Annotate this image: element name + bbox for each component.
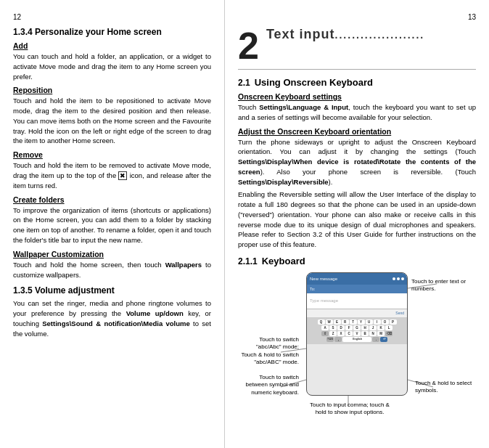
send-label: Send xyxy=(395,311,404,315)
subsection-adjust-body2: Enabling the Reversible setting will all… xyxy=(238,190,476,250)
phone-status-icons xyxy=(393,277,404,280)
subsection-remove-body: Touch and hold the item to be removed to… xyxy=(13,160,211,191)
phone-send-bar: Send xyxy=(307,309,407,318)
annotation-mid-left: Touch to switch "abc/Abc" mode; Touch & … xyxy=(241,336,299,367)
annotation-bottom-right: Touch & hold to select symbols. xyxy=(415,380,473,395)
key-j: J xyxy=(369,325,377,330)
phone-subtitle-bar: To: xyxy=(307,285,407,293)
key-y: Y xyxy=(358,319,365,325)
phone-subtitle-text: To: xyxy=(310,287,315,291)
subsection-reposition-label: Reposition xyxy=(13,86,211,94)
subsection-adjust-label: Adjust the Onscreen Keyboard orientation xyxy=(238,127,476,136)
key-shift: ⇧ xyxy=(321,331,329,336)
keyboard-diagram: New message To: Type message xyxy=(241,272,473,418)
keyboard-row-1: Q W E R T Y U I O P xyxy=(308,319,406,325)
phone-input-area: Type message xyxy=(307,293,407,309)
subsection-createfolders-label: Create folders xyxy=(13,195,211,204)
phone-keyboard: Q W E R T Y U I O P A xyxy=(307,318,407,344)
chapter-number: 2 xyxy=(238,27,259,65)
subsection-wallpaper-body: Touch and hold the home screen, then tou… xyxy=(13,260,211,280)
key-d: D xyxy=(337,325,345,330)
keyboard-row-2: A S D F G H J K L xyxy=(308,325,406,330)
key-enter: ⏎ xyxy=(380,337,387,342)
key-o: O xyxy=(382,319,389,325)
phone-input-placeholder: Type message xyxy=(310,298,338,303)
subsection-adjust-body1: Turn the phone sideways or upright to ad… xyxy=(238,137,476,187)
key-period: . xyxy=(372,337,379,342)
key-m: M xyxy=(377,331,385,336)
section-2-1-1: 2.1.1 Keyboard N xyxy=(238,256,476,418)
key-h: H xyxy=(361,325,369,330)
key-e: E xyxy=(334,319,341,325)
key-x: X xyxy=(337,331,345,336)
key-k: K xyxy=(377,325,385,330)
key-u: U xyxy=(366,319,373,325)
section-2-1-1-heading: 2.1.1 Keyboard xyxy=(238,256,476,266)
subsection-reposition-body: Touch and hold the item to be reposition… xyxy=(13,96,211,146)
status-icon-3 xyxy=(401,277,404,280)
annotation-top-right: Touch to enter text or numbers. xyxy=(411,278,473,293)
key-s: S xyxy=(329,325,337,330)
chapter-header: 2 Text input..................... xyxy=(238,27,476,70)
left-page: 12 1.3.4 Personalize your Home screen Ad… xyxy=(0,0,225,448)
subsection-wallpaper-label: Wallpaper Customization xyxy=(13,250,211,258)
key-w: W xyxy=(326,319,333,325)
key-a: A xyxy=(321,325,329,330)
status-icon-1 xyxy=(393,277,395,280)
subsection-kb-settings-body: Touch Settings\Language & Input, touch t… xyxy=(238,102,476,123)
annotation-bottom-left: Touch to switch between symbol and numer… xyxy=(241,374,299,396)
key-space: English xyxy=(342,337,371,342)
annotation-bottom-center: Touch to input comma; touch & hold to sh… xyxy=(306,402,393,417)
phone-top-bar: New message xyxy=(307,273,407,285)
section-1-3-5-body: You can set the ringer, media and phone … xyxy=(13,298,211,338)
key-num: ?123 xyxy=(326,337,334,342)
phone-mockup: New message To: Type message xyxy=(306,272,408,396)
phone-top-bar-text: New message xyxy=(310,277,337,281)
subsection-createfolders-body: To improve the organization of items (sh… xyxy=(13,205,211,245)
key-p: P xyxy=(390,319,397,325)
key-g: G xyxy=(353,325,361,330)
section-1-3-5-title: 1.3.5 Volume adjustment xyxy=(13,285,211,296)
key-t: T xyxy=(350,319,357,325)
chapter-title: Text input..................... xyxy=(266,12,424,41)
key-z: Z xyxy=(329,331,337,336)
keyboard-row-4: ?123 , English . ⏎ xyxy=(308,337,406,342)
phone-screen: New message To: Type message xyxy=(306,272,408,396)
key-q: Q xyxy=(318,319,325,325)
status-icon-2 xyxy=(397,277,400,280)
keyboard-row-3: ⇧ Z X C V B N M ⌫ xyxy=(308,331,406,336)
key-b: B xyxy=(361,331,369,336)
key-delete: ⌫ xyxy=(385,331,393,336)
key-l: L xyxy=(385,325,393,330)
key-v: V xyxy=(353,331,361,336)
subsection-add-body: You can touch and hold a folder, an appl… xyxy=(13,52,211,81)
subsection-kb-settings-label: Onscreen Keyboard settings xyxy=(238,92,476,101)
key-f: F xyxy=(345,325,353,330)
section-2-1: 2.1 Using Onscreen Keyboard Onscreen Key… xyxy=(238,77,476,250)
page-number-left: 12 xyxy=(13,13,211,21)
key-i: I xyxy=(374,319,381,325)
right-page: 13 2 Text input..................... 2.1… xyxy=(225,0,489,448)
subsection-remove-label: Remove xyxy=(13,150,211,159)
section-1-3-4-title: 1.3.4 Personalize your Home screen xyxy=(13,27,211,37)
subsection-add-label: Add xyxy=(13,41,211,50)
section-2-1-heading: 2.1 Using Onscreen Keyboard xyxy=(238,77,476,88)
key-n: N xyxy=(369,331,377,336)
key-r: R xyxy=(342,319,349,325)
key-comma: , xyxy=(334,337,342,342)
key-c: C xyxy=(345,331,353,336)
